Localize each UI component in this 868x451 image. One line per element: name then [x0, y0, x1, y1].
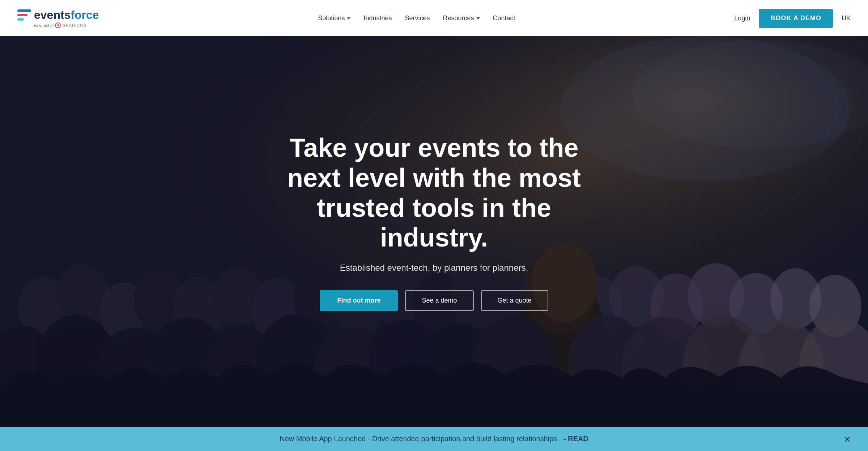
hero-section: Take your events to the next level with …	[0, 36, 868, 451]
notification-read-link[interactable]: - READ	[563, 435, 588, 443]
locale-selector[interactable]: UK	[842, 14, 851, 22]
navbar-right: Login BOOK A DEMO UK	[734, 9, 851, 28]
logo-stripe-1	[17, 9, 31, 12]
chevron-down-icon-2	[476, 17, 480, 20]
logo-stripe-2	[17, 14, 27, 16]
nav-link-solutions[interactable]: Solutions	[318, 14, 350, 22]
hero-buttons: Find out more See a demo Get a quote	[320, 290, 548, 311]
navbar-nav: Solutions Industries Services Resources …	[318, 14, 515, 22]
logo-sub: now part of G GRANICUS	[17, 22, 86, 28]
nav-label-industries: Industries	[363, 14, 392, 22]
logo-events: events	[34, 8, 71, 21]
logo-stripe-3	[17, 18, 24, 21]
logo-force: force	[71, 8, 99, 21]
nav-item-industries[interactable]: Industries	[363, 14, 392, 22]
nav-link-resources[interactable]: Resources	[443, 14, 480, 22]
notification-close-button[interactable]: ×	[844, 433, 851, 445]
chevron-down-icon	[347, 17, 350, 20]
granicus-label: GRANICUS	[62, 23, 86, 28]
logo[interactable]: eventsforce now part of G GRANICUS	[17, 8, 99, 28]
logo-sub-text: now part of	[34, 23, 54, 28]
hero-see-demo-button[interactable]: See a demo	[405, 290, 473, 311]
nav-label-resources: Resources	[443, 14, 474, 22]
nav-label-solutions: Solutions	[318, 14, 345, 22]
hero-find-out-more-button[interactable]: Find out more	[320, 290, 398, 311]
navbar: eventsforce now part of G GRANICUS Solut…	[0, 0, 868, 36]
nav-link-industries[interactable]: Industries	[363, 14, 392, 22]
logo-wordmark: eventsforce	[34, 8, 99, 22]
nav-link-contact[interactable]: Contact	[493, 14, 515, 22]
logo-main: eventsforce	[17, 8, 99, 22]
granicus-icon: G	[55, 22, 61, 28]
logo-icon	[17, 9, 31, 21]
hero-title: Take your events to the next level with …	[271, 133, 597, 253]
navbar-left: eventsforce now part of G GRANICUS	[17, 8, 99, 28]
login-link[interactable]: Login	[734, 14, 750, 22]
nav-item-contact[interactable]: Contact	[493, 14, 515, 22]
nav-item-resources[interactable]: Resources	[443, 14, 480, 22]
nav-label-contact: Contact	[493, 14, 515, 22]
hero-get-quote-button[interactable]: Get a quote	[481, 290, 548, 311]
hero-content: Take your events to the next level with …	[0, 36, 868, 451]
book-demo-button[interactable]: BOOK A DEMO	[759, 9, 833, 28]
nav-link-services[interactable]: Services	[405, 14, 430, 22]
nav-item-solutions[interactable]: Solutions	[318, 14, 350, 22]
notification-text: New Mobile App Launched - Drive attendee…	[280, 435, 559, 443]
nav-label-services: Services	[405, 14, 430, 22]
hero-subtitle: Established event-tech, by planners for …	[340, 263, 528, 273]
nav-item-services[interactable]: Services	[405, 14, 430, 22]
notification-bar: New Mobile App Launched - Drive attendee…	[0, 427, 868, 451]
